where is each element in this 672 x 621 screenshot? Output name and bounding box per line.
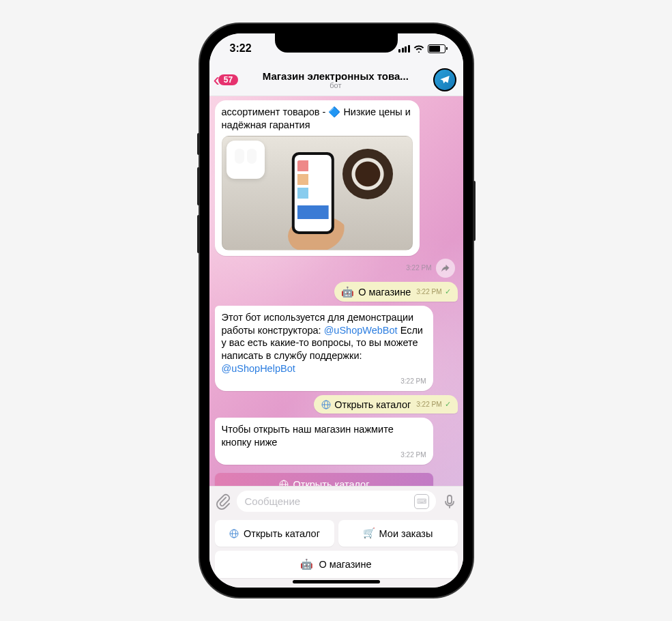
chat-body[interactable]: ассортимент товаров - 🔷 Низкие цены и на…: [209, 96, 463, 486]
outgoing-message[interactable]: 🤖 О магазине 3:22 PM ✓: [334, 282, 457, 302]
robot-icon: 🤖: [300, 558, 313, 571]
incoming-message[interactable]: Чтобы открыть наш магазин нажмите кнопку…: [215, 418, 433, 465]
check-icon: ✓: [445, 287, 451, 296]
reply-keyboard: Открыть каталог 🛒 Мои заказы 🤖 О магазин…: [209, 516, 463, 588]
phone-frame: 3:22 ‹ 57 Магазин электронных това... бо…: [200, 24, 473, 597]
message-time: 3:22 PM: [416, 288, 441, 295]
input-bar: Сообщение ⌨: [209, 486, 463, 516]
mention-link[interactable]: @uShopWebBot: [324, 325, 398, 336]
wifi-icon: [413, 44, 424, 53]
input-placeholder: Сообщение: [245, 495, 301, 507]
notch: [275, 33, 398, 53]
unread-badge: 57: [218, 74, 238, 85]
message-media[interactable]: [222, 136, 413, 250]
button-label: Открыть каталог: [244, 528, 320, 539]
mention-link[interactable]: @uShopHelpBot: [222, 363, 295, 374]
svg-rect-6: [448, 495, 452, 504]
message-time: 3:22 PM: [416, 401, 441, 408]
message-text: Открыть каталог: [334, 399, 411, 410]
attach-icon[interactable]: [215, 493, 231, 510]
globe-icon: [321, 399, 332, 410]
mic-icon[interactable]: [441, 493, 458, 510]
chat-header: ‹ 57 Магазин электронных това... бот: [209, 63, 463, 96]
globe-icon: [229, 528, 239, 539]
telegram-icon: [439, 74, 451, 86]
svg-point-4: [282, 480, 285, 486]
sticker-icon[interactable]: ⌨: [414, 494, 429, 509]
message-input[interactable]: Сообщение ⌨: [237, 491, 436, 512]
battery-icon: [428, 44, 445, 53]
message-text: ассортимент товаров - 🔷 Низкие цены и на…: [222, 106, 411, 130]
status-time: 3:22: [230, 42, 252, 55]
forward-button[interactable]: [436, 259, 455, 278]
check-icon: ✓: [445, 400, 451, 409]
button-label: Открыть каталог: [293, 479, 370, 486]
svg-point-3: [280, 480, 288, 486]
kb-my-orders-button[interactable]: 🛒 Мои заказы: [338, 520, 458, 547]
home-indicator[interactable]: [293, 580, 380, 583]
outgoing-message[interactable]: Открыть каталог 3:22 PM ✓: [314, 395, 457, 414]
robot-icon: 🤖: [341, 286, 354, 298]
cart-icon: 🛒: [363, 528, 375, 539]
button-label: Мои заказы: [379, 528, 433, 539]
button-label: О магазине: [319, 559, 371, 570]
message-time: 3:22 PM: [222, 450, 426, 459]
incoming-message[interactable]: Этот бот используется для демонстрации р…: [215, 306, 433, 391]
cellular-icon: [398, 45, 410, 53]
back-button[interactable]: ‹ 57: [214, 70, 239, 89]
kb-about-button[interactable]: 🤖 О магазине: [215, 551, 458, 578]
incoming-message[interactable]: ассортимент товаров - 🔷 Низкие цены и на…: [215, 100, 420, 256]
chat-title: Магазин электронных това...: [241, 70, 430, 82]
globe-icon: [278, 479, 289, 486]
message-text: Чтобы открыть наш магазин нажмите кнопку…: [222, 424, 394, 448]
chat-title-area[interactable]: Магазин электронных това... бот: [241, 70, 430, 89]
inline-open-catalog-button[interactable]: Открыть каталог: [215, 473, 433, 486]
message-time: 3:22 PM: [406, 264, 431, 272]
avatar[interactable]: [433, 68, 456, 91]
kb-open-catalog-button[interactable]: Открыть каталог: [215, 520, 334, 547]
message-time: 3:22 PM: [222, 377, 426, 386]
message-text: О магазине: [358, 287, 411, 298]
chat-subtitle: бот: [241, 81, 430, 89]
